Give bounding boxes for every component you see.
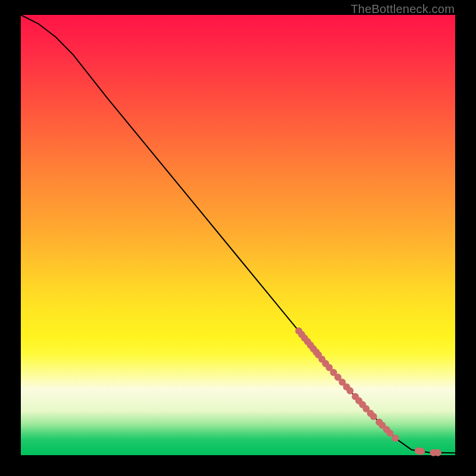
- data-dot: [434, 449, 441, 456]
- data-dot: [346, 387, 353, 394]
- chart-svg: [21, 15, 455, 455]
- plot-area: [21, 15, 455, 455]
- watermark-text: TheBottleneck.com: [350, 2, 455, 16]
- curve-line: [21, 15, 455, 453]
- data-dots: [295, 327, 441, 456]
- data-dot: [418, 448, 425, 455]
- data-dot: [392, 434, 399, 441]
- chart-stage: TheBottleneck.com: [0, 0, 476, 476]
- data-dot: [370, 413, 377, 420]
- data-dot: [387, 430, 394, 437]
